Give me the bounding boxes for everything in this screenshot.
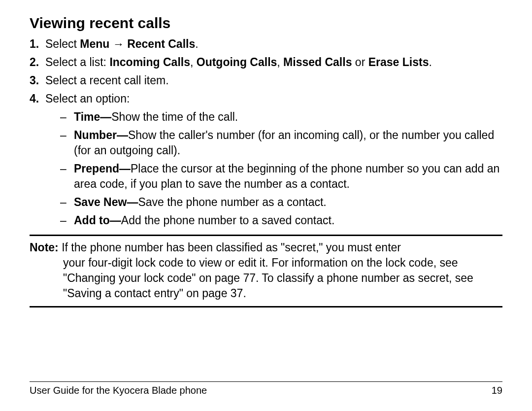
list-item: Prepend—Place the cursor at the beginnin… (74, 161, 502, 192)
step-list: 1. Select Menu → Recent Calls. 2. Select… (30, 36, 502, 229)
option-list: Time—Show the time of the call. Number—S… (45, 109, 502, 228)
step-number: 3. (30, 73, 39, 88)
option-desc: Save the phone number as a contact. (138, 196, 326, 208)
list-item: Time—Show the time of the call. (74, 109, 502, 125)
menu-path-bold: Menu (80, 37, 109, 50)
option-desc: Show the time of the call. (111, 110, 238, 123)
option-name: Time— (74, 110, 111, 123)
page-footer: User Guide for the Kyocera Blade phone 1… (30, 381, 502, 396)
option-bold: Erase Lists (368, 56, 429, 68)
option-desc: Show the caller's number (for an incomin… (74, 129, 494, 157)
divider (30, 306, 502, 308)
note-text: If the phone number has been classified … (59, 241, 401, 254)
text: , (190, 56, 197, 68)
text: , (277, 56, 283, 68)
note-body: your four-digit lock code to view or edi… (30, 255, 502, 301)
step-number: 2. (30, 55, 39, 70)
option-bold: Missed Calls (283, 56, 352, 68)
option-bold: Incoming Calls (109, 56, 190, 68)
option-bold: Outgoing Calls (197, 56, 277, 68)
list-item: Save New—Save the phone number as a cont… (74, 195, 502, 210)
text: Select a list: (45, 56, 109, 68)
list-item: Number—Show the caller's number (for an … (74, 128, 502, 158)
step-1: 1. Select Menu → Recent Calls. (45, 36, 502, 52)
note-block: Note: If the phone number has been class… (30, 240, 502, 301)
page-number: 19 (492, 385, 502, 396)
step-4: 4. Select an option: Time—Show the time … (45, 91, 502, 228)
option-name: Prepend— (74, 162, 131, 175)
note-label: Note: (30, 241, 59, 254)
text: or (352, 56, 368, 68)
text: . (195, 37, 198, 50)
arrow-icon: → (109, 37, 127, 50)
step-2: 2. Select a list: Incoming Calls, Outgoi… (45, 55, 502, 70)
text: Select a recent call item. (45, 74, 169, 87)
option-name: Number— (74, 129, 128, 141)
divider (30, 235, 502, 236)
step-number: 1. (30, 36, 39, 52)
text: Select (45, 37, 80, 50)
list-item: Add to—Add the phone number to a saved c… (74, 213, 502, 228)
text: Select an option: (45, 92, 130, 105)
option-desc: Place the cursor at the beginning of the… (74, 162, 499, 190)
step-3: 3. Select a recent call item. (45, 73, 502, 88)
option-name: Save New— (74, 196, 138, 208)
step-number: 4. (30, 91, 39, 106)
menu-path-bold: Recent Calls (127, 37, 195, 50)
option-name: Add to— (74, 214, 121, 227)
footer-divider (30, 381, 502, 382)
page-heading: Viewing recent calls (30, 15, 502, 32)
text: . (429, 56, 432, 68)
footer-left: User Guide for the Kyocera Blade phone (30, 385, 207, 396)
option-desc: Add the phone number to a saved contact. (121, 214, 334, 227)
